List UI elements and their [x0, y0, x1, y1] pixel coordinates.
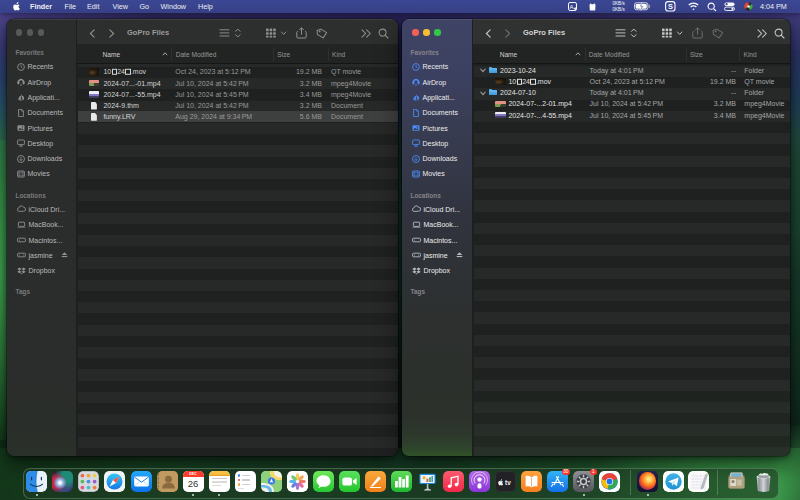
svg-text:tv: tv [505, 478, 511, 485]
svg-text:A: A [570, 3, 574, 9]
svg-text:S: S [668, 2, 673, 11]
